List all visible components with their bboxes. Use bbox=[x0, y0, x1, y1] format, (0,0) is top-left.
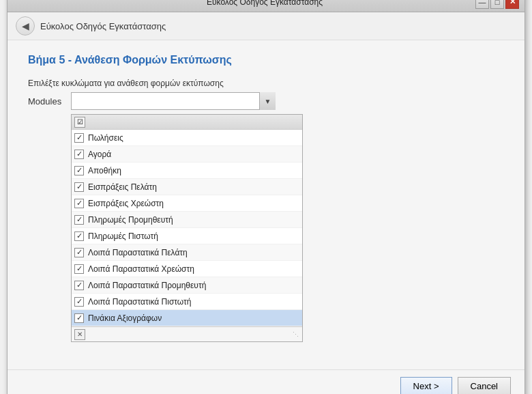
list-item-label: Εισπράξεις Πελάτη bbox=[88, 182, 157, 192]
list-item[interactable]: ✓Πινάκια Αξιογράφων bbox=[72, 310, 302, 326]
main-window: Εύκολος Οδηγός Εγκατάστασης — □ ✕ ◀ Εύκο… bbox=[7, 0, 525, 394]
list-item-checkbox[interactable]: ✓ bbox=[74, 182, 84, 192]
list-items-container: ✓Πωλήσεις✓Αγορά✓Αποθήκη✓Εισπράξεις Πελάτ… bbox=[72, 130, 302, 326]
nav-bar: ◀ Εύκολος Οδηγός Εγκατάστασης bbox=[8, 12, 524, 40]
list-item[interactable]: ✓Εισπράξεις Πελάτη bbox=[72, 179, 302, 195]
list-item-label: Εισπράξεις Χρεώστη bbox=[88, 199, 164, 208]
list-item[interactable]: ✓Εισπράξεις Χρεώστη bbox=[72, 195, 302, 212]
list-item-checkbox[interactable]: ✓ bbox=[74, 264, 84, 274]
form-section: Επιλέξτε κυκλώματα για ανάθεση φορμών εκ… bbox=[28, 79, 504, 342]
list-item[interactable]: ✓Πωλήσεις bbox=[72, 130, 302, 146]
list-item-checkbox[interactable]: ✓ bbox=[74, 297, 84, 307]
modules-row: Modules ▼ bbox=[28, 92, 504, 110]
instruction-label: Επιλέξτε κυκλώματα για ανάθεση φορμών εκ… bbox=[28, 79, 504, 88]
list-item[interactable]: ✓Πληρωμές Προμηθευτή bbox=[72, 212, 302, 228]
list-item-checkbox[interactable]: ✓ bbox=[74, 150, 84, 159]
page-title: Βήμα 5 - Ανάθεση Φορμών Εκτύπωσης bbox=[28, 54, 504, 66]
modules-input[interactable] bbox=[71, 92, 276, 110]
list-item[interactable]: ✓Αποθήκη bbox=[72, 163, 302, 179]
list-item-label: Λοιπά Παραστατικά Χρεώστη bbox=[88, 264, 194, 274]
window-controls: — □ ✕ bbox=[475, 0, 519, 9]
content-area: Βήμα 5 - Ανάθεση Φορμών Εκτύπωσης Επιλέξ… bbox=[8, 40, 524, 363]
list-item[interactable]: ✓Λοιπά Παραστατικά Προμηθευτή bbox=[72, 277, 302, 294]
list-header: ☑ bbox=[72, 115, 302, 130]
list-item[interactable]: ✓Λοιπά Παραστατικά Πιστωτή bbox=[72, 294, 302, 310]
list-item-label: Πληρωμές Προμηθευτή bbox=[88, 215, 173, 225]
window-title: Εύκολος Οδηγός Εγκατάστασης bbox=[54, 0, 475, 7]
minimize-button[interactable]: — bbox=[475, 0, 489, 9]
list-item-checkbox[interactable]: ✓ bbox=[74, 281, 84, 290]
list-item-label: Λοιπά Παραστατικά Πιστωτή bbox=[88, 297, 191, 307]
title-bar: Εύκολος Οδηγός Εγκατάστασης — □ ✕ bbox=[8, 0, 524, 12]
list-item-checkbox[interactable]: ✓ bbox=[74, 215, 84, 225]
list-item-checkbox[interactable]: ✓ bbox=[74, 313, 84, 323]
list-item-checkbox[interactable]: ✓ bbox=[74, 133, 84, 143]
next-button[interactable]: Next > bbox=[400, 377, 452, 394]
modules-list: ☑ ✓Πωλήσεις✓Αγορά✓Αποθήκη✓Εισπράξεις Πελ… bbox=[71, 114, 303, 342]
back-icon: ◀ bbox=[22, 20, 29, 31]
resize-handle-icon: ⋱ bbox=[293, 331, 299, 338]
modules-label: Modules bbox=[28, 96, 65, 107]
list-item[interactable]: ✓Πληρωμές Πιστωτή bbox=[72, 228, 302, 244]
cancel-button[interactable]: Cancel bbox=[458, 377, 511, 394]
list-item-label: Πωλήσεις bbox=[88, 133, 123, 143]
nav-title: Εύκολος Οδηγός Εγκατάστασης bbox=[40, 21, 166, 31]
maximize-button[interactable]: □ bbox=[490, 0, 504, 9]
list-item-label: Πληρωμές Πιστωτή bbox=[88, 231, 158, 241]
list-item-checkbox[interactable]: ✓ bbox=[74, 231, 84, 241]
list-item-checkbox[interactable]: ✓ bbox=[74, 248, 84, 257]
list-item-label: Πινάκια Αξιογράφων bbox=[88, 313, 162, 323]
back-button[interactable]: ◀ bbox=[16, 16, 35, 36]
list-item-checkbox[interactable]: ✓ bbox=[74, 199, 84, 208]
remove-button[interactable]: ✕ bbox=[74, 329, 85, 340]
list-item-label: Λοιπά Παραστατικά Προμηθευτή bbox=[88, 281, 206, 290]
close-button[interactable]: ✕ bbox=[505, 0, 519, 9]
list-item-label: Αποθήκη bbox=[88, 166, 121, 175]
list-item-label: Λοιπά Παραστατικά Πελάτη bbox=[88, 248, 188, 257]
list-item-checkbox[interactable]: ✓ bbox=[74, 166, 84, 175]
list-footer: ✕ ⋱ bbox=[72, 326, 302, 341]
button-bar: Next > Cancel bbox=[8, 369, 524, 394]
list-item[interactable]: ✓Αγορά bbox=[72, 146, 302, 163]
list-item-label: Αγορά bbox=[88, 150, 111, 159]
select-all-checkbox[interactable]: ☑ bbox=[74, 117, 85, 128]
modules-select-wrapper: ▼ bbox=[71, 92, 276, 110]
list-item[interactable]: ✓Λοιπά Παραστατικά Χρεώστη bbox=[72, 261, 302, 277]
list-item[interactable]: ✓Λοιπά Παραστατικά Πελάτη bbox=[72, 244, 302, 261]
